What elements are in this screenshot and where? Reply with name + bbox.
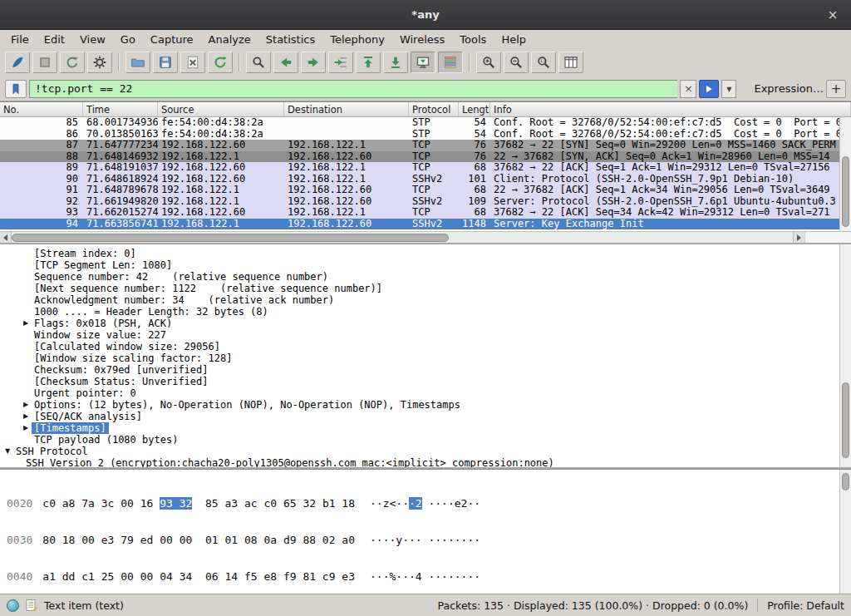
expander-icon[interactable]: ▶ (20, 318, 32, 329)
go-to-top-button[interactable] (356, 52, 381, 73)
scrollbar-thumb[interactable] (842, 156, 849, 227)
hex-bytes-selected[interactable]: 93 32 (160, 497, 192, 510)
detail-line-flags[interactable]: ▶Flags: 0x018 (PSH, ACK) (0, 318, 851, 329)
close-window-button[interactable]: × (824, 7, 841, 23)
expander-icon[interactable] (20, 306, 32, 318)
open-file-button[interactable] (125, 52, 150, 73)
stop-capture-button[interactable] (32, 52, 57, 73)
packet-row-90[interactable]: 9071.648618924192.168.122.60192.168.122.… (0, 174, 851, 185)
filter-clear-button[interactable]: × (680, 80, 696, 98)
restart-capture-button[interactable] (60, 52, 85, 73)
col-header-length[interactable]: Length (459, 102, 490, 116)
expander-icon[interactable]: ▼ (2, 446, 13, 457)
col-header-info[interactable]: Info (490, 102, 851, 116)
display-filter-input[interactable] (29, 80, 677, 98)
packet-list-horizontal-scrollbar[interactable] (0, 231, 851, 243)
expander-icon[interactable]: ▶ (20, 399, 32, 411)
go-forward-button[interactable] (301, 52, 326, 73)
detail-line[interactable]: Acknowledgment number: 34 (relative ack … (0, 294, 851, 306)
expander-icon[interactable] (12, 457, 23, 467)
hex-bytes[interactable]: 85 a3 ac c0 65 32 b1 18 (192, 497, 355, 510)
packet-row-88[interactable]: 8871.648146932192.168.122.1192.168.122.6… (0, 151, 851, 163)
packet-row-87[interactable]: 8771.647777234192.168.122.60192.168.122.… (0, 140, 851, 151)
zoom-100-button[interactable]: 1:1 (531, 52, 556, 73)
hex-bytes[interactable]: a1 dd c1 25 00 00 04 34 06 14 f5 e8 f9 8… (42, 570, 355, 583)
save-file-button[interactable] (153, 52, 178, 73)
detail-line-ssh-protocol[interactable]: ▼SSH Protocol (0, 446, 851, 457)
hex-ascii[interactable]: ··z<·· (370, 497, 409, 510)
filter-dropdown-button[interactable]: ▼ (721, 80, 736, 98)
detail-line[interactable]: Urgent pointer: 0 (0, 387, 851, 399)
scrollbar-thumb[interactable] (842, 382, 849, 458)
detail-line[interactable]: Checksum: 0x79ed [unverified] (0, 364, 851, 376)
scrollbar-thumb[interactable] (12, 234, 449, 242)
expander-icon[interactable]: ▶ (20, 422, 32, 434)
packet-row-93[interactable]: 9371.662015274192.168.122.60192.168.122.… (0, 207, 851, 219)
detail-line[interactable]: [Stream index: 0] (0, 248, 851, 259)
capture-comment-icon[interactable] (25, 599, 38, 612)
filter-apply-button[interactable] (699, 80, 719, 98)
detail-line[interactable]: Sequence number: 42 (relative sequence n… (0, 271, 851, 283)
reload-file-button[interactable] (208, 52, 233, 73)
bytes-vertical-scrollbar[interactable] (839, 470, 851, 594)
packet-row-94-selected[interactable]: 9471.663856741192.168.122.1192.168.122.6… (0, 219, 851, 230)
menu-wireless[interactable]: Wireless (392, 32, 452, 47)
packet-row-86[interactable]: 8670.013850163fe:54:00:d4:38:2aSTP54Conf… (0, 129, 851, 140)
hex-ascii[interactable]: ···%···4 ········ (370, 570, 480, 583)
packet-row-92[interactable]: 9271.661949820192.168.122.1192.168.122.6… (0, 196, 851, 208)
menu-capture[interactable]: Capture (143, 32, 201, 47)
menu-go[interactable]: Go (113, 32, 143, 47)
col-header-time[interactable]: Time (83, 102, 158, 116)
menu-file[interactable]: File (3, 32, 37, 47)
detail-line-seq-ack[interactable]: ▶[SEQ/ACK analysis] (0, 411, 851, 422)
hex-row[interactable]: 003080 18 00 e3 79 ed 00 00 01 01 08 0a … (7, 535, 851, 546)
scroll-left-arrow[interactable] (0, 232, 12, 244)
expander-icon[interactable] (20, 341, 32, 352)
hex-bytes[interactable]: 80 18 00 e3 79 ed 00 00 01 01 08 0a d9 8… (42, 534, 355, 546)
go-back-button[interactable] (273, 52, 298, 73)
packet-row-91[interactable]: 9171.648789678192.168.122.1192.168.122.6… (0, 185, 851, 196)
packet-list-vertical-scrollbar[interactable] (839, 117, 851, 231)
detail-line-options[interactable]: ▶Options: (12 bytes), No-Operation (NOP)… (0, 399, 851, 411)
close-file-button[interactable] (180, 52, 205, 73)
expander-icon[interactable] (20, 387, 32, 399)
col-header-no[interactable]: No. (0, 102, 83, 116)
hex-ascii[interactable]: ····y··· ········ (370, 534, 480, 546)
detail-line[interactable]: [Window size scaling factor: 128] (0, 352, 851, 364)
col-header-protocol[interactable]: Protocol (409, 102, 459, 116)
zoom-out-button[interactable] (504, 52, 529, 73)
detail-line[interactable]: 1000 .... = Header Length: 32 bytes (8) (0, 306, 851, 318)
hex-row[interactable]: 0040a1 dd c1 25 00 00 04 34 06 14 f5 e8 … (7, 571, 851, 583)
col-header-destination[interactable]: Destination (284, 102, 409, 116)
auto-scroll-button[interactable] (411, 52, 435, 73)
profile-button[interactable]: Profile: Default (767, 599, 844, 612)
expander-icon[interactable] (20, 271, 32, 283)
detail-line[interactable]: TCP payload (1080 bytes) (0, 434, 851, 446)
scrollbar-thumb[interactable] (842, 473, 849, 490)
start-capture-button[interactable] (5, 52, 30, 73)
hex-ascii[interactable]: ····e2·· (422, 497, 480, 510)
filter-add-button[interactable]: + (826, 80, 846, 98)
go-to-packet-button[interactable] (328, 52, 353, 73)
menu-tools[interactable]: Tools (452, 32, 494, 47)
hex-row[interactable]: 0020c0 a8 7a 3c 00 16 93 32 85 a3 ac c0 … (7, 498, 851, 510)
details-vertical-scrollbar[interactable] (839, 244, 851, 467)
detail-line[interactable]: [Checksum Status: Unverified] (0, 376, 851, 387)
menu-view[interactable]: View (72, 32, 113, 47)
hex-bytes[interactable]: c0 a8 7a 3c 00 16 (42, 497, 160, 510)
packet-row-85[interactable]: 8568.001734936fe:54:00:d4:38:2aSTP54Conf… (0, 117, 851, 129)
detail-line[interactable]: [TCP Segment Len: 1080] (0, 259, 851, 271)
expander-icon[interactable]: ▶ (20, 411, 32, 422)
hex-ascii-selected[interactable]: ·2 (409, 497, 422, 510)
detail-line[interactable]: [Calculated window size: 29056] (0, 341, 851, 352)
menu-help[interactable]: Help (494, 32, 534, 47)
colorize-packets-button[interactable] (438, 52, 463, 73)
menu-analyze[interactable]: Analyze (201, 32, 258, 47)
expression-button[interactable]: Expression… (754, 82, 824, 95)
expander-icon[interactable] (20, 248, 32, 259)
go-to-bottom-button[interactable] (383, 52, 408, 73)
menu-edit[interactable]: Edit (37, 32, 72, 47)
detail-line[interactable]: [Next sequence number: 1122 (relative se… (0, 283, 851, 294)
expander-icon[interactable] (20, 294, 32, 306)
expert-info-icon[interactable] (7, 599, 19, 612)
